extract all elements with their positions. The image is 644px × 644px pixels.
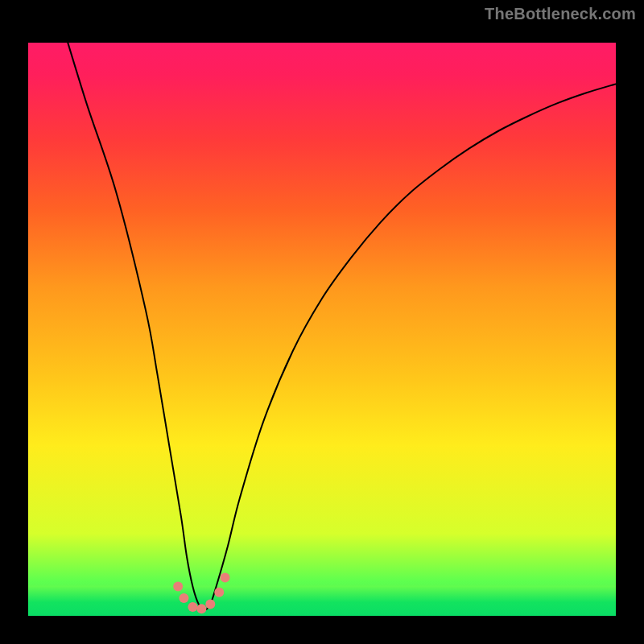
plot-gradient-background: [28, 28, 616, 616]
watermark-text: TheBottleneck.com: [485, 5, 636, 23]
chart-container: TheBottleneck.com: [0, 0, 644, 644]
